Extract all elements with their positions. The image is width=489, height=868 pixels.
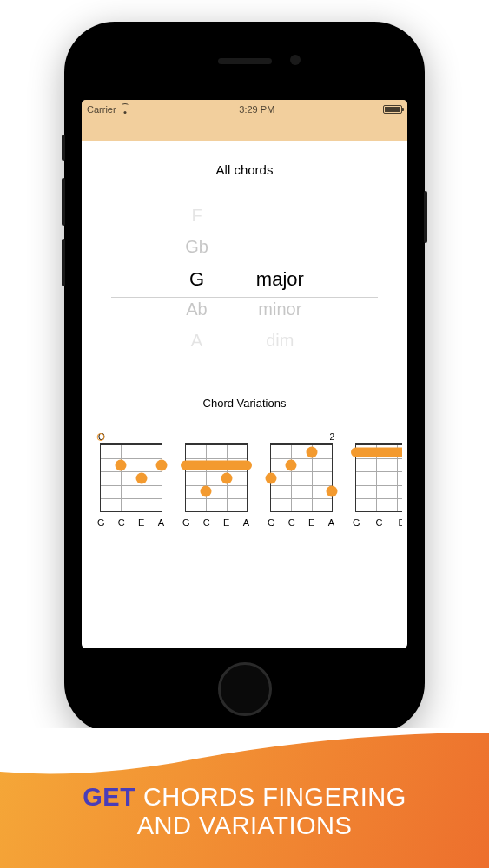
picker-option[interactable]: minor [258, 299, 301, 322]
picker-option[interactable]: Gb [185, 237, 208, 260]
finger-dot [266, 473, 277, 484]
barre-marker [351, 447, 402, 457]
chord-diagram[interactable]: 2 GCEA [268, 432, 335, 528]
finger-dot [221, 473, 232, 484]
picker-option[interactable]: Ab [186, 299, 207, 322]
battery-icon [383, 105, 402, 114]
picker-option[interactable]: A [191, 331, 202, 353]
wifi-icon [120, 105, 131, 114]
variations-heading: Chord Variations [87, 397, 402, 410]
picker-option[interactable]: F [191, 206, 202, 228]
carrier-label: Carrier [87, 104, 116, 115]
open-string-marker [97, 433, 105, 441]
chord-diagram[interactable]: O GCEA [97, 432, 165, 528]
finger-dot [327, 486, 338, 497]
chord-diagram-scroller[interactable]: O GCEA [87, 432, 402, 528]
picker-option[interactable]: dim [266, 331, 294, 353]
home-button[interactable] [218, 662, 272, 716]
chord-picker-sheet: All chords F Gb G Ab A major minor dim [87, 141, 402, 648]
picker-option-selected[interactable]: major [256, 268, 304, 291]
chord-picker[interactable]: F Gb G Ab A major minor dim [87, 203, 402, 355]
promo-banner: GET CHORDS FINGERING AND VARIATIONS [0, 729, 489, 868]
phone-mute-switch [62, 135, 65, 161]
chord-diagram[interactable]: GCEA [182, 432, 250, 528]
string-labels: GCEA [182, 517, 250, 528]
sheet-title: All chords [87, 162, 402, 177]
clock-label: 3:29 PM [239, 104, 274, 115]
chord-type-wheel[interactable]: major minor dim [256, 206, 304, 353]
string-labels: GCEA [97, 517, 165, 528]
chord-diagram[interactable]: GCE [353, 432, 402, 528]
fret-position-label [182, 432, 250, 443]
fret-position-label [353, 432, 402, 443]
finger-dot [116, 459, 127, 470]
finger-dot [306, 446, 317, 457]
phone-power-button [424, 191, 427, 243]
finger-dot [286, 459, 297, 470]
phone-volume-down [62, 239, 65, 286]
fret-position-label: O [97, 432, 165, 443]
fretboard-grid [355, 443, 402, 512]
status-bar: Carrier 3:29 PM [82, 100, 407, 119]
fretboard-grid [270, 443, 333, 512]
promo-accent-word: GET [83, 783, 135, 811]
phone-screen: Carrier 3:29 PM All chords F Gb G Ab A [82, 100, 407, 648]
picker-option-selected[interactable]: G [189, 268, 204, 291]
phone-camera [290, 55, 301, 65]
finger-dot [135, 473, 147, 484]
phone-volume-up [62, 178, 65, 226]
finger-dot [156, 459, 168, 470]
fret-position-label: 2 [268, 432, 335, 443]
finger-dot [201, 486, 212, 497]
fretboard-grid [185, 443, 248, 512]
banner-curve [0, 728, 489, 780]
root-note-wheel[interactable]: F Gb G Ab A [185, 206, 208, 353]
fretboard-grid [100, 443, 162, 512]
string-labels: GCEA [268, 517, 335, 528]
barre-marker [181, 460, 252, 470]
phone-speaker [218, 58, 272, 64]
picker-divider [111, 266, 378, 266]
picker-divider [111, 297, 378, 298]
string-labels: GCE [353, 517, 402, 528]
header-background [82, 119, 407, 141]
phone-device-frame: Carrier 3:29 PM All chords F Gb G Ab A [64, 22, 425, 733]
promo-headline: GET CHORDS FINGERING AND VARIATIONS [83, 783, 406, 841]
